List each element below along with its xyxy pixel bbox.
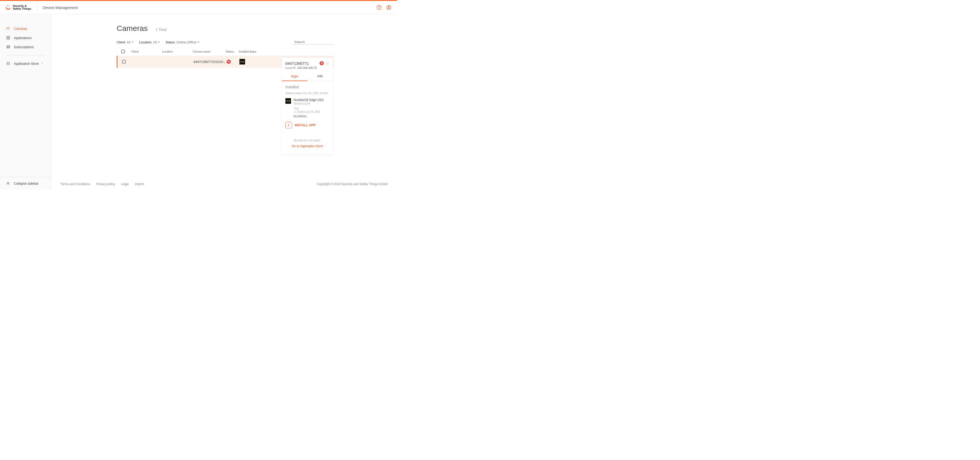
install-app-button[interactable]: INSTALL APP — [285, 122, 329, 128]
offline-status-icon — [320, 61, 324, 65]
filter-location[interactable]: Location All ▼ — [139, 40, 160, 44]
nav-label: Cameras — [14, 27, 27, 30]
chevron-down-icon: ▼ — [197, 41, 200, 43]
cell-camera-name: 0447139077151010... — [194, 60, 227, 64]
filter-value: All — [127, 40, 130, 44]
sidebar-item-cameras[interactable]: Cameras — [0, 24, 51, 33]
app-thumbnail: EDGE — [239, 59, 245, 65]
external-link-icon — [41, 62, 43, 65]
tab-info[interactable]: Info — [307, 71, 333, 81]
sidebar-divider — [6, 55, 45, 56]
detail-status-timestamp: (Status taken Jun 24, 2021 14:40) — [285, 92, 329, 95]
svg-point-2 — [9, 6, 10, 6]
app-trial-label: Trial — [294, 107, 329, 110]
filter-label: Status — [165, 40, 175, 44]
detail-actions-menu[interactable]: ⋮ — [326, 61, 330, 66]
th-location[interactable]: Location — [162, 50, 193, 53]
product-title: Device Management — [43, 5, 78, 10]
filter-status[interactable]: Status Online,Offline ▼ — [165, 40, 199, 44]
footer-copyright: Copyright © 2018 Security and Safety Thi… — [317, 182, 388, 186]
nav-label: Applications — [14, 36, 32, 40]
table-header: Client Location Camera name Status Insta… — [117, 47, 334, 56]
svg-rect-8 — [8, 36, 10, 38]
camera-icon — [6, 27, 10, 30]
svg-rect-7 — [6, 36, 8, 38]
th-installed-apps[interactable]: Installed Apps — [239, 50, 269, 53]
footer-link-privacy[interactable]: Privacy policy — [96, 182, 115, 186]
app-thumbnail: EDGE — [285, 98, 291, 104]
app-state: RUNNING — [294, 115, 329, 118]
browse-apps-label: Browse for new apps: — [285, 139, 329, 142]
page-total: 1 Total — [156, 27, 167, 32]
chevron-down-icon: ▼ — [132, 41, 134, 43]
cell-status — [227, 60, 239, 64]
cell-installed-apps: EDGE — [239, 59, 270, 65]
svg-rect-9 — [6, 38, 8, 39]
detail-section-title: Installed — [285, 85, 329, 89]
th-camera-name[interactable]: Camera name — [193, 50, 226, 53]
row-checkbox[interactable] — [122, 60, 126, 63]
search-field[interactable] — [293, 40, 334, 44]
brand-logo[interactable]: Security & Safety Things — [6, 5, 31, 10]
brand-text: Security & Safety Things — [13, 5, 31, 10]
select-all-checkbox[interactable] — [121, 50, 125, 53]
svg-point-10 — [8, 38, 10, 39]
footer-link-legal[interactable]: Legal — [121, 182, 129, 186]
tab-apps[interactable]: Apps — [282, 71, 307, 81]
svg-rect-12 — [7, 46, 10, 48]
filter-client[interactable]: Client All ▼ — [117, 40, 134, 44]
arrow-right-to-line-icon — [294, 111, 296, 113]
svg-point-1 — [8, 5, 9, 6]
go-to-store-link[interactable]: Go to Application Store — [285, 144, 329, 148]
collapse-label: Collapse sidebar — [14, 182, 38, 186]
filters-row: Client All ▼ Location All ▼ Status Onlin… — [117, 40, 334, 44]
sidebar-item-applications[interactable]: Applications — [0, 33, 51, 42]
footer-link-imprint[interactable]: Imprint — [135, 182, 144, 186]
filter-label: Location — [139, 40, 152, 44]
svg-point-4 — [379, 8, 379, 9]
installed-app-item[interactable]: EDGE NumberOk Edge USA Version 0.0.24 Tr… — [285, 98, 329, 118]
sidebar-item-store[interactable]: Application Store — [0, 59, 51, 68]
account-icon[interactable] — [386, 5, 391, 10]
store-icon — [6, 62, 10, 65]
app-version: Version 0.0.24 — [294, 102, 329, 105]
sidebar-item-subscriptions[interactable]: Subscriptions — [0, 42, 51, 51]
plus-icon — [285, 122, 292, 128]
brand-mark-icon — [6, 5, 11, 10]
header: Security & Safety Things Device Manageme… — [0, 1, 397, 14]
apps-icon — [6, 36, 10, 40]
svg-rect-11 — [7, 46, 9, 48]
filter-label: Client — [117, 40, 125, 44]
help-icon[interactable] — [377, 5, 382, 10]
app-name: NumberOk Edge USA — [294, 98, 329, 102]
main-content: Cameras 1 Total Client All ▼ Location Al… — [51, 14, 397, 189]
offline-status-icon — [227, 60, 231, 64]
app-expiry: Expires Jul 24, 2021 — [294, 110, 329, 113]
detail-tabs: Apps Info — [282, 71, 333, 81]
nav-label: Subscriptions — [14, 45, 34, 49]
svg-point-6 — [388, 6, 390, 7]
th-status[interactable]: Status — [226, 50, 239, 53]
collapse-sidebar-button[interactable]: Collapse sidebar — [0, 177, 51, 189]
chevron-down-icon: ▼ — [158, 41, 160, 43]
search-input[interactable] — [294, 40, 337, 44]
footer-link-terms[interactable]: Terms and Conditions — [60, 182, 90, 186]
page-title: Cameras — [117, 24, 148, 33]
svg-point-0 — [7, 5, 8, 6]
install-app-label: INSTALL APP — [294, 124, 316, 127]
filter-value: All — [153, 40, 157, 44]
filter-value: Online,Offline — [177, 40, 197, 44]
detail-ip-label: Local IP: — [285, 66, 296, 69]
chevron-double-left-icon — [6, 181, 10, 186]
camera-detail-panel: 04471390771 Local IP: 192.168.100.72 ⋮ A… — [282, 58, 333, 154]
th-client[interactable]: Client — [132, 50, 162, 53]
sidebar: Cameras Applications Subscriptions — [0, 14, 51, 189]
footer: Terms and Conditions Privacy policy Lega… — [51, 179, 397, 189]
detail-ip-value: 192.168.100.72 — [298, 66, 317, 69]
nav-label: Application Store — [14, 62, 39, 65]
subscriptions-icon — [6, 45, 10, 49]
